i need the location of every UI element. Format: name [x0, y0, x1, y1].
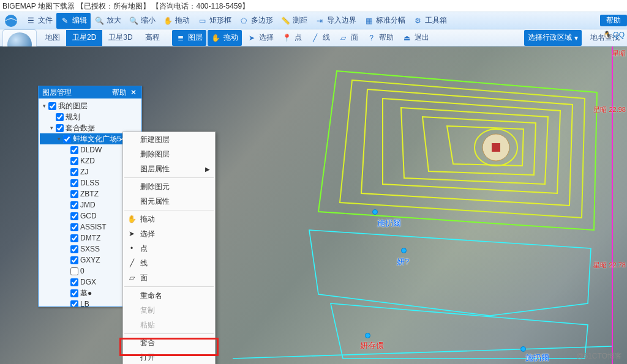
- tabtool-exit[interactable]: ⏏退出: [399, 30, 433, 46]
- marker-point[interactable]: [365, 333, 370, 338]
- tree-label: DGX: [80, 278, 96, 286]
- contextmenu-label: 删除图元: [140, 182, 170, 192]
- grid-icon: ▦: [364, 16, 374, 26]
- tree-toggle-icon[interactable]: ▾: [56, 136, 62, 142]
- import-boundary-button[interactable]: ⇥ 导入边界: [311, 13, 360, 29]
- contextmenu-item[interactable]: 套合: [123, 335, 215, 350]
- tree-checkbox[interactable]: [56, 124, 64, 132]
- contextmenu-item[interactable]: 打开: [123, 350, 215, 364]
- zoom-out-icon: 🔍: [129, 16, 138, 26]
- contextmenu-item[interactable]: ➤选择: [123, 226, 215, 241]
- contextmenu-label: 打开: [140, 352, 155, 363]
- contextmenu-label: 粘贴: [140, 320, 155, 330]
- chevron-down-icon: ▾: [574, 34, 578, 42]
- tree-checkbox[interactable]: [56, 113, 64, 121]
- tree-label: DLDW: [80, 146, 102, 154]
- tab-satellite-2d[interactable]: 卫星2D: [66, 30, 102, 46]
- tree-checkbox[interactable]: [70, 223, 78, 231]
- contextmenu-label: 拖动: [140, 214, 155, 225]
- menu-edit[interactable]: ✎ 编辑: [56, 13, 91, 29]
- tree-toggle-icon[interactable]: ▾: [41, 103, 47, 109]
- contextmenu-label: 复制: [140, 305, 155, 316]
- tree-checkbox[interactable]: [70, 289, 78, 297]
- contextmenu-item: 复制: [123, 303, 215, 318]
- map-poi-label: 妍存儇: [360, 340, 384, 351]
- tree-label: 墓●: [80, 288, 92, 299]
- tree-checkbox[interactable]: [70, 168, 78, 176]
- coord-pin: 星昭 22.78: [593, 261, 626, 270]
- qq-contact[interactable]: 🐧 QQ: [603, 31, 625, 39]
- contextmenu-item[interactable]: 图层属性▶: [123, 162, 215, 176]
- zoom-out-button[interactable]: 🔍 缩小: [125, 13, 159, 29]
- area-tool[interactable]: ▱面: [335, 30, 362, 46]
- contextmenu-label: 图层属性: [140, 164, 170, 174]
- contextmenu-item[interactable]: ▱面: [123, 270, 215, 285]
- line-icon: ╱: [310, 33, 320, 43]
- pan-button[interactable]: ✋ 拖动: [159, 13, 193, 29]
- tree-checkbox[interactable]: [70, 278, 78, 286]
- tab-map[interactable]: 地图: [39, 30, 66, 46]
- marker-point[interactable]: [520, 346, 526, 352]
- contextmenu-item[interactable]: •点: [123, 241, 215, 256]
- poly-icon: ▱: [127, 273, 137, 283]
- tree-checkbox[interactable]: [70, 234, 78, 242]
- tree-checkbox[interactable]: [70, 245, 78, 253]
- tab-elevation[interactable]: 高程: [139, 30, 166, 46]
- svg-point-0: [5, 15, 17, 27]
- point-tool[interactable]: 📍点: [279, 30, 306, 46]
- contextmenu-item[interactable]: ✋拖动: [123, 212, 215, 226]
- tree-checkbox[interactable]: [70, 201, 78, 209]
- zoom-in-button[interactable]: 🔍 放大: [91, 13, 125, 29]
- close-icon[interactable]: ✕: [129, 86, 138, 98]
- tree-checkbox[interactable]: [70, 300, 78, 307]
- line-icon: ╱: [127, 258, 137, 268]
- polygon-select-button[interactable]: ⬠ 多边形: [235, 13, 277, 29]
- contextmenu-item[interactable]: 新建图层: [123, 132, 215, 147]
- contextmenu-item[interactable]: ╱线: [123, 256, 215, 270]
- tree-checkbox[interactable]: [70, 157, 78, 165]
- submenu-arrow-icon: ▶: [205, 166, 210, 173]
- tree-node[interactable]: 规划: [40, 111, 140, 122]
- tree-checkbox[interactable]: [48, 102, 56, 110]
- contextmenu-label: 线: [140, 258, 148, 269]
- line-tool[interactable]: ╱线: [307, 30, 334, 46]
- contextmenu-label: 新建图层: [140, 135, 170, 145]
- map-poi-label: 施扔爾: [377, 218, 401, 229]
- panel-help-link[interactable]: 帮助: [112, 86, 127, 98]
- tree-node[interactable]: ▾我的图层: [40, 100, 140, 111]
- tree-label: 0: [80, 267, 84, 275]
- std-frame-button[interactable]: ▦ 标准分幅: [360, 13, 409, 29]
- contextmenu-item[interactable]: 删除图元: [123, 179, 215, 194]
- tabtool-help[interactable]: ?帮助: [363, 30, 397, 46]
- hand-icon: ✋: [127, 214, 137, 224]
- tree-checkbox[interactable]: [70, 267, 78, 275]
- tree-label: 规划: [66, 112, 80, 122]
- tree-checkbox[interactable]: [70, 179, 78, 187]
- panel-titlebar[interactable]: 图层管理 帮助 ✕: [39, 86, 141, 98]
- gear-icon: ⚙: [413, 16, 422, 26]
- contextmenu-item[interactable]: 删除图层: [123, 147, 215, 162]
- tree-checkbox[interactable]: [70, 190, 78, 198]
- select-tool[interactable]: ➤选择: [243, 30, 277, 46]
- admin-region-dropdown[interactable]: 选择行政区域▾: [524, 30, 582, 46]
- rect-select-button[interactable]: ▭ 矩形框: [193, 13, 235, 29]
- toolbox-button[interactable]: ⚙ 工具箱: [409, 13, 451, 29]
- tree-checkbox[interactable]: [70, 256, 78, 264]
- tree-toggle-icon[interactable]: ▾: [48, 125, 54, 131]
- window-title: BIGEMAP 地图下载器 【已授权：所有地图】 【咨询电话：400-118-5…: [2, 2, 249, 10]
- tree-checkbox[interactable]: [70, 212, 78, 220]
- tree-checkbox[interactable]: [63, 135, 71, 143]
- contextmenu-item[interactable]: 重命名: [123, 288, 215, 303]
- tree-checkbox[interactable]: [70, 146, 78, 154]
- hamburger-icon: ☰: [26, 16, 36, 26]
- pan-tool[interactable]: ✋拖动: [208, 30, 242, 46]
- help-button[interactable]: 帮助: [600, 15, 627, 26]
- menu-file[interactable]: ☰ 文件: [22, 13, 56, 29]
- contextmenu-item[interactable]: 图元属性: [123, 194, 215, 209]
- measure-button[interactable]: 📏 测距: [277, 13, 311, 29]
- layer-tool[interactable]: ≣图层: [172, 30, 206, 46]
- marker-point[interactable]: [401, 248, 407, 253]
- marker-point[interactable]: [372, 209, 378, 215]
- contextmenu-label: 重命名: [140, 291, 162, 301]
- tab-satellite-3d[interactable]: 卫星3D: [102, 30, 138, 46]
